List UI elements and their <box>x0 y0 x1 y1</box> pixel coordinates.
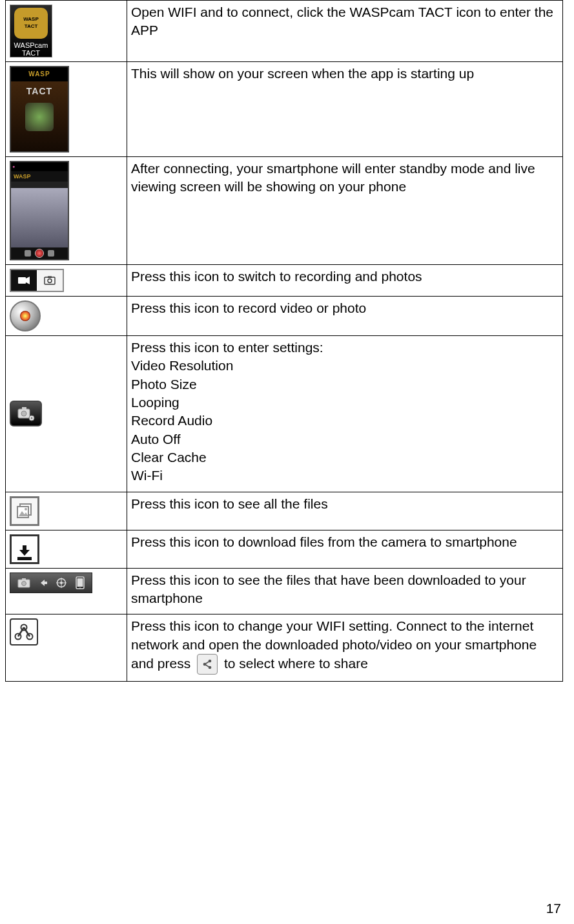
row-7-text: Press this icon to see all the files <box>127 492 563 530</box>
svg-rect-0 <box>18 277 26 284</box>
svg-rect-2 <box>45 277 55 284</box>
row-2-text: This will show on your screen when the a… <box>127 62 563 157</box>
device-transfer-icon <box>10 572 92 593</box>
settings-item-4: Record Audio <box>131 412 559 430</box>
svg-point-17 <box>25 508 27 510</box>
row-4-text: Press this icon to switch to recording a… <box>127 265 563 297</box>
row-8-text: Press this icon to download files from t… <box>127 530 563 568</box>
splash-top-logo: WASP <box>11 67 68 81</box>
svg-marker-19 <box>19 545 30 556</box>
app-splash-screenshot: WASP TACT <box>10 66 69 152</box>
svg-rect-4 <box>48 277 52 278</box>
page-number: 17 <box>546 901 561 916</box>
record-button-icon <box>10 300 41 331</box>
svg-point-21 <box>22 581 26 585</box>
settings-item-5: Auto Off <box>131 430 559 448</box>
settings-item-3: Looping <box>131 394 559 412</box>
svg-point-3 <box>48 279 52 283</box>
row-10-text: Press this icon to change your WIFI sett… <box>127 614 563 682</box>
settings-item-1: Video Resolution <box>131 357 559 375</box>
waspcam-tact-app-icon: WASP TACT WASPcam TACT <box>10 5 52 58</box>
row-6-text: Press this icon to enter settings: Video… <box>127 336 563 492</box>
row-9-text: Press this icon to see the files that ha… <box>127 568 563 614</box>
splash-graphic <box>25 103 54 131</box>
row-3-text: After connecting, your smartphone will e… <box>127 157 563 265</box>
files-gallery-icon <box>10 496 39 526</box>
svg-line-39 <box>205 661 210 664</box>
settings-lead: Press this icon to enter settings: <box>131 339 559 357</box>
app-icon-label: WASPcam TACT <box>14 41 48 57</box>
svg-marker-1 <box>26 277 30 284</box>
download-icon <box>10 534 39 564</box>
settings-item-6: Clear Cache <box>131 448 559 467</box>
svg-rect-29 <box>77 578 83 587</box>
wifi-share-icon <box>10 618 38 646</box>
row-5-text: Press this icon to record video or photo <box>127 297 563 336</box>
svg-rect-7 <box>22 407 26 410</box>
app-badge: WASP TACT <box>14 8 48 39</box>
svg-rect-18 <box>17 557 32 560</box>
instruction-table: WASP TACT WASPcam TACT Open WIFI and to … <box>5 0 563 682</box>
svg-marker-23 <box>41 580 47 586</box>
svg-point-6 <box>21 411 26 416</box>
liveview-logo: WASP <box>11 171 68 182</box>
splash-wordmark: TACT <box>26 85 52 98</box>
settings-icon <box>10 401 42 426</box>
svg-line-40 <box>205 664 210 667</box>
mode-switch-icon <box>10 269 64 292</box>
row-10-post: to select where to share <box>220 656 368 671</box>
svg-point-9 <box>31 417 33 419</box>
app-liveview-screenshot: ● WASP <box>10 161 69 260</box>
row-1-text: Open WIFI and to connect, click the WASP… <box>127 1 563 62</box>
settings-item-7: Wi-Fi <box>131 467 559 485</box>
share-button-icon <box>197 654 218 675</box>
settings-item-2: Photo Size <box>131 375 559 394</box>
svg-rect-22 <box>22 578 26 580</box>
svg-point-30 <box>79 587 81 589</box>
